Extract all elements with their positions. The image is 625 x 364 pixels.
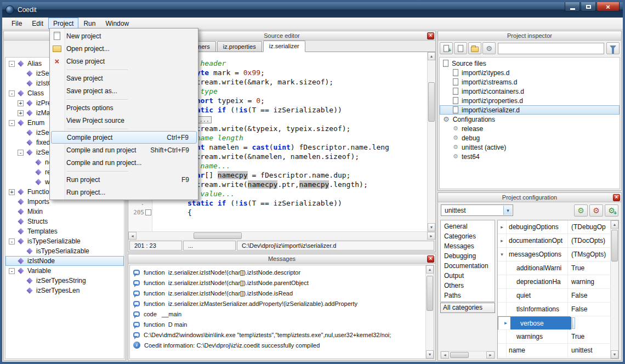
category-item[interactable]: Paths	[442, 291, 493, 300]
expander-icon[interactable]	[9, 199, 15, 205]
menu-item[interactable]	[50, 97, 198, 101]
all-categories-button[interactable]: All categories	[440, 303, 495, 313]
scroll-left-icon[interactable]: ◄	[441, 351, 449, 359]
menu-item[interactable]	[50, 169, 198, 173]
expander-icon[interactable]	[18, 278, 24, 284]
menu-item[interactable]: Close project	[50, 55, 198, 67]
inspector-tree-item[interactable]: import\iz\properties.d	[440, 96, 620, 105]
scroll-up-icon[interactable]: ▲	[611, 220, 618, 229]
expander-icon[interactable]: +	[9, 189, 15, 195]
expander-icon[interactable]: -	[9, 120, 15, 126]
expander-icon[interactable]	[18, 288, 24, 294]
property-row[interactable]: quiet False	[498, 289, 610, 303]
property-value[interactable]: warning	[568, 275, 610, 288]
row-marker-icon[interactable]	[498, 289, 507, 302]
menubar-item[interactable]: Edit	[27, 18, 48, 29]
menu-item[interactable]: Save project	[50, 72, 198, 84]
menu-item[interactable]: Projects options	[50, 101, 198, 114]
maximize-button[interactable]	[581, 2, 596, 12]
category-item[interactable]: Categories	[442, 231, 493, 241]
category-item[interactable]: Documentation	[442, 261, 493, 271]
property-row[interactable]: tlsInformations False	[498, 303, 610, 316]
close-configuration-panel-icon[interactable]: ×	[613, 194, 620, 201]
menu-item[interactable]: View Project source	[50, 114, 198, 127]
category-item[interactable]: Output	[442, 271, 493, 281]
inspector-tree-item[interactable]: import\iz\serializer.d	[440, 105, 620, 115]
symbol-tree-item[interactable]: izSerTypesLen	[5, 286, 124, 295]
scroll-down-icon[interactable]: ▼	[426, 350, 434, 359]
menu-item[interactable]	[50, 127, 198, 131]
menu-item[interactable]: Compile and run project Shift+Ctrl+F9	[50, 144, 198, 156]
row-marker-icon[interactable]	[498, 344, 507, 357]
property-row[interactable]: debugingOptions (TDebugOp	[498, 220, 610, 234]
message-row[interactable]: function iz.serializer.izMasterSerialize…	[130, 298, 425, 309]
symbol-tree-item[interactable]: - isTypeSerializable	[5, 236, 124, 246]
inspector-toolbar-button[interactable]	[454, 42, 467, 54]
menu-item[interactable]: Compile and run project...	[50, 156, 198, 169]
property-value[interactable]: True	[568, 330, 610, 343]
scroll-thumb[interactable]	[194, 232, 242, 239]
expander-icon[interactable]: +	[18, 100, 24, 106]
scroll-thumb[interactable]	[450, 352, 469, 358]
message-row[interactable]: function iz.serializer.izIstNode!(char[]…	[130, 288, 425, 298]
close-window-button[interactable]: ×	[596, 2, 620, 12]
property-value[interactable]: True	[568, 261, 610, 275]
message-row[interactable]: code __main	[130, 309, 425, 319]
expander-icon[interactable]: -	[9, 90, 15, 96]
scroll-up-icon[interactable]: ▲	[426, 265, 434, 274]
expander-icon[interactable]: +	[18, 110, 24, 116]
scroll-thumb[interactable]	[428, 82, 435, 122]
inspector-toolbar-button[interactable]	[440, 42, 453, 54]
message-row[interactable]: C:\Dev\dmd2\windows\bin\link.exe "temp\i…	[130, 329, 425, 340]
configuration-action-button[interactable]	[589, 204, 603, 217]
row-marker-icon[interactable]	[502, 317, 510, 329]
menubar-item[interactable]: File	[7, 18, 27, 29]
menubar-item[interactable]: Window	[100, 18, 134, 29]
inspector-tree-item[interactable]: unittest (active)	[440, 143, 620, 152]
category-item[interactable]: Debugging	[442, 251, 493, 261]
expander-icon[interactable]	[18, 140, 24, 146]
close-messages-panel-icon[interactable]: ×	[427, 255, 434, 263]
symbol-tree-item[interactable]: isTypeSerializable	[5, 246, 124, 256]
menu-item[interactable]: New project	[50, 30, 198, 42]
editor-tab[interactable]: iz.serializer	[263, 41, 305, 52]
menubar-item[interactable]: Run	[78, 18, 100, 29]
expander-icon[interactable]	[9, 209, 15, 215]
expander-icon[interactable]	[18, 248, 24, 254]
inspector-filter-input[interactable]	[498, 43, 604, 54]
scroll-up-icon[interactable]: ▲	[428, 52, 435, 60]
scroll-down-icon[interactable]: ▼	[428, 223, 435, 231]
menu-item[interactable]: Run project...	[50, 186, 198, 198]
symbol-tree-item[interactable]: Structs	[5, 217, 124, 226]
property-value[interactable]: False	[568, 303, 610, 316]
expander-icon[interactable]	[9, 229, 15, 235]
row-marker-icon[interactable]	[498, 248, 507, 261]
symbol-tree-item[interactable]: - Variable	[5, 266, 124, 276]
configuration-action-button[interactable]	[605, 204, 618, 217]
property-row[interactable]: depreciationHa warning	[498, 275, 610, 289]
scroll-thumb[interactable]	[611, 230, 618, 261]
row-marker-icon[interactable]	[498, 234, 507, 247]
property-value[interactable]: (TDebugOp	[568, 220, 610, 234]
row-marker-icon[interactable]	[498, 220, 507, 234]
property-row[interactable]: documentationOpt (TDocOpts)	[498, 234, 610, 248]
inspector-tree-item[interactable]: import\iz\types.d	[440, 68, 620, 77]
filter-button[interactable]	[606, 42, 620, 54]
expander-icon[interactable]	[18, 71, 24, 77]
expander-icon[interactable]	[26, 179, 32, 185]
expander-icon[interactable]: -	[9, 61, 15, 67]
property-row[interactable]: verbose True	[498, 316, 570, 330]
inspector-tree-item[interactable]: import\iz\streams.d	[440, 77, 620, 87]
property-value[interactable]: unittest	[568, 344, 610, 357]
expander-icon[interactable]	[26, 169, 32, 175]
inspector-toolbar-button[interactable]	[482, 42, 496, 54]
expander-icon[interactable]: -	[9, 268, 15, 274]
property-value[interactable]: (TMsgOpts)	[568, 248, 610, 261]
menu-item[interactable]	[50, 67, 198, 72]
editor-tab[interactable]: iz.properties	[217, 41, 262, 52]
symbol-tree-item[interactable]: izIstNode	[5, 256, 124, 266]
symbol-tree-item[interactable]: izSerTypesString	[5, 276, 124, 286]
chevron-down-icon[interactable]: ▾	[503, 206, 512, 215]
expander-icon[interactable]	[9, 258, 15, 264]
scroll-left-icon[interactable]: ◄	[128, 232, 137, 240]
